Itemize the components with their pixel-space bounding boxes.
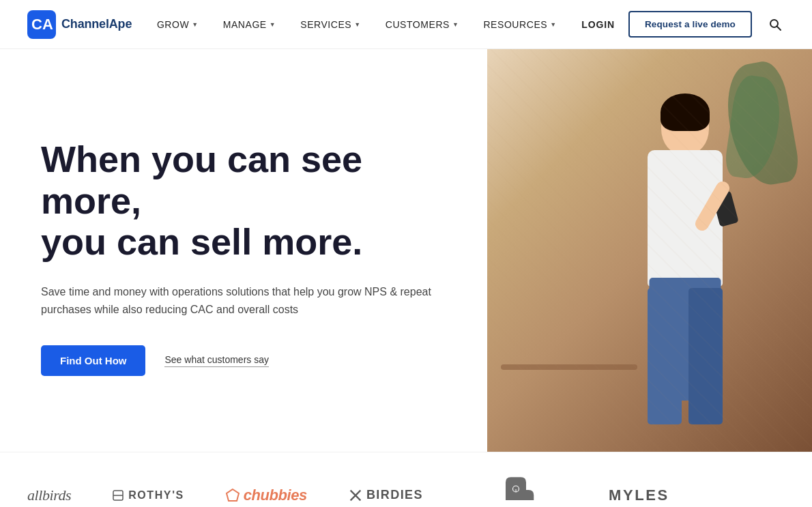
logo-link[interactable]: CA ChannelApe xyxy=(27,10,132,39)
nav-item-resources[interactable]: RESOURCES ▼ xyxy=(483,19,556,30)
hero-cta-group: Find Out How See what customers say xyxy=(41,345,446,376)
svg-text:CA: CA xyxy=(31,16,53,33)
logo-text: ChannelApe xyxy=(61,17,132,31)
birdies-icon xyxy=(348,488,363,503)
hero-subtext: Save time and money with operations solu… xyxy=(41,283,444,319)
brands-section: allbirds ROTHY'S chubbies BIRDIES xyxy=(0,452,812,507)
caret-icon: ▼ xyxy=(270,21,276,28)
nav-link-customers[interactable]: CUSTOMERS ▼ xyxy=(386,19,459,30)
nav-right: LOGIN Request a live demo xyxy=(581,11,785,38)
nav-item-grow[interactable]: GROW ▼ xyxy=(157,19,199,30)
hero-content: When you can see more, you can sell more… xyxy=(0,49,487,452)
caret-icon: ▼ xyxy=(452,21,459,28)
thursday-boot-icon: Q xyxy=(495,473,536,507)
brands-row: allbirds ROTHY'S chubbies BIRDIES xyxy=(27,473,785,507)
brand-allbirds: allbirds xyxy=(27,487,71,504)
nav-item-manage[interactable]: MANAGE ▼ xyxy=(223,19,276,30)
caret-icon: ▼ xyxy=(192,21,198,28)
logo-icon: CA xyxy=(27,10,56,39)
chubbies-icon xyxy=(225,488,240,503)
hero-image xyxy=(487,49,812,452)
rothys-icon xyxy=(112,489,124,502)
search-icon xyxy=(768,18,782,31)
brand-birdies: BIRDIES xyxy=(348,488,423,503)
nav-link-manage[interactable]: MANAGE ▼ xyxy=(223,19,276,30)
svg-line-3 xyxy=(777,26,781,30)
navbar: CA ChannelApe GROW ▼ MANAGE ▼ SERVICES ▼… xyxy=(0,0,812,49)
caret-icon: ▼ xyxy=(354,21,360,28)
brand-chubbies: chubbies xyxy=(225,487,307,504)
search-button[interactable] xyxy=(766,15,785,34)
login-link[interactable]: LOGIN xyxy=(581,19,615,30)
nav-link-grow[interactable]: GROW ▼ xyxy=(157,19,199,30)
svg-marker-6 xyxy=(227,489,239,501)
nav-link-resources[interactable]: RESOURCES ▼ xyxy=(483,19,556,30)
hero-section: When you can see more, you can sell more… xyxy=(0,49,812,452)
demo-button[interactable]: Request a live demo xyxy=(628,11,752,38)
brand-thursday: Q THURSDAY BOOT CO. xyxy=(464,473,568,507)
nav-links: GROW ▼ MANAGE ▼ SERVICES ▼ CUSTOMERS ▼ R xyxy=(157,19,557,30)
brick-texture xyxy=(487,49,812,452)
nav-item-customers[interactable]: CUSTOMERS ▼ xyxy=(386,19,459,30)
nav-link-services[interactable]: SERVICES ▼ xyxy=(300,19,361,30)
hero-heading: When you can see more, you can sell more… xyxy=(41,139,446,262)
customers-say-link[interactable]: See what customers say xyxy=(164,354,269,367)
svg-text:Q: Q xyxy=(514,489,517,492)
brand-myles: MYLES xyxy=(609,487,669,504)
caret-icon: ▼ xyxy=(550,21,556,28)
nav-item-services[interactable]: SERVICES ▼ xyxy=(300,19,361,30)
find-out-how-button[interactable]: Find Out How xyxy=(41,345,145,376)
brand-rothys: ROTHY'S xyxy=(112,489,184,502)
